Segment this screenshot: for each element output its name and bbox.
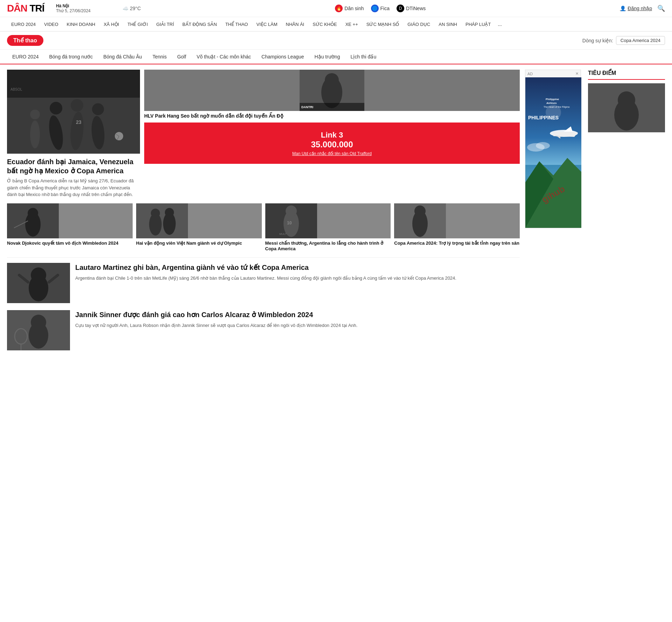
subnav-vothuat[interactable]: Võ thuật - Các môn khác: [191, 50, 256, 64]
ad-image[interactable]: Philippine Airlines The Heart of the Fil…: [525, 77, 581, 228]
site-header: DÂN TRÍ Hà Nội Thứ 5, 27/06/2024 ☁️ 29°C…: [0, 0, 672, 32]
person-icon: 👤: [620, 6, 626, 11]
svg-point-6: [92, 103, 104, 115]
list-item: Copa America 2024: Trợ lý trọng tài bắt …: [394, 203, 520, 252]
subnav-lichtdau[interactable]: Lịch thi đấu: [345, 50, 382, 64]
ad-close-icon[interactable]: ✕: [575, 71, 579, 76]
svg-text:PHILIPPINES: PHILIPPINES: [528, 115, 559, 120]
list-article-1-body: Jannik Sinner được đánh giá cao hơn Carl…: [75, 310, 357, 329]
svg-rect-11: [7, 70, 140, 98]
nav-phapluat[interactable]: PHÁP LUẬT: [461, 18, 495, 31]
side-article-1: DANTRI HLV Park Hang Seo bất ngờ muốn dẫ…: [144, 70, 520, 119]
nav-ansinh[interactable]: AN SINH: [434, 18, 461, 31]
list-article-1-image[interactable]: [7, 310, 70, 350]
nav-thethao[interactable]: THỂ THAO: [221, 18, 252, 31]
subnav-golf[interactable]: Golf: [172, 50, 191, 64]
nav-giaoduc[interactable]: GIÁO DỤC: [403, 18, 434, 31]
svg-point-4: [71, 99, 83, 112]
svg-text:ABSOL: ABSOL: [10, 88, 22, 91]
dtinews-link[interactable]: D DTiNews: [397, 5, 426, 12]
nav-sucmanh[interactable]: SỨC MẠNH SỐ: [362, 18, 404, 31]
login-label: Đăng nhập: [628, 6, 652, 11]
svg-point-37: [31, 267, 46, 283]
small-card-1-title[interactable]: Hai vận động viên Việt Nam giành vé dự O…: [136, 240, 262, 246]
search-icon[interactable]: 🔍: [657, 5, 665, 12]
small-card-0-title[interactable]: Novak Djokovic quyết tâm vô địch Wimbled…: [7, 240, 133, 246]
main-navigation: EURO 2024 VIDEO KINH DOANH XÃ HỘI THẾ GI…: [0, 17, 672, 32]
subnav-euro2024[interactable]: EURO 2024: [7, 50, 44, 64]
dansinh-link[interactable]: 🔥 Dân sinh: [335, 5, 364, 12]
svg-text:10: 10: [287, 221, 292, 225]
ad-sidebar: AD ✕: [525, 70, 583, 357]
ad-label: AD: [527, 72, 533, 76]
list-articles-section: Lautaro Martinez ghi bàn, Argentina giàn…: [7, 263, 520, 350]
ad-header: AD ✕: [525, 70, 581, 77]
tieu-diem-section: TIÊU ĐIỂM: [588, 70, 665, 132]
nav-batdongsan[interactable]: BẤT ĐỘNG SẢN: [178, 18, 221, 31]
date: Thứ 5, 27/06/2024: [56, 8, 112, 13]
site-logo[interactable]: DÂN TRÍ: [7, 3, 49, 14]
svg-point-62: [618, 91, 635, 109]
subnav-bongda-trongnuoc[interactable]: Bóng đá trong nước: [44, 50, 98, 64]
promo-card[interactable]: Link 3 35.000.000 Man Utd cần nhắc đổi t…: [144, 123, 520, 164]
login-button[interactable]: 👤 Đăng nhập: [620, 6, 652, 11]
nav-thegioi[interactable]: THẾ GIỚI: [123, 18, 152, 31]
featured-main-image[interactable]: 23 ABSOL: [7, 70, 140, 154]
small-card-2-image[interactable]: 10 MULT: [265, 203, 391, 238]
small-card-0-image[interactable]: [7, 203, 133, 238]
svg-point-26: [165, 208, 174, 217]
featured-main-excerpt: Ở bảng B Copa America diễn ra tại Mỹ sán…: [7, 177, 140, 198]
nav-xe[interactable]: XE ++: [341, 18, 362, 31]
svg-text:23: 23: [76, 119, 82, 125]
nav-xahoi[interactable]: XÃ HỘI: [99, 18, 123, 31]
nav-kinhdoanh[interactable]: KINH DOANH: [63, 18, 100, 31]
vietnam-athletes-svg: [136, 203, 188, 238]
featured-main-article: 23 ABSOL Ecuador đánh bại Jamaica, Venez…: [7, 70, 140, 198]
featured-main-title[interactable]: Ecuador đánh bại Jamaica, Venezuela bất …: [7, 157, 140, 175]
list-article-0-excerpt: Argentina đánh bại Chile 1-0 trên sân Me…: [75, 275, 456, 282]
svg-text:MULT: MULT: [279, 232, 287, 236]
subnav-champions-league[interactable]: Champions League: [256, 50, 309, 64]
subnav-tennis[interactable]: Tennis: [147, 50, 172, 64]
svg-point-15: [325, 73, 339, 87]
nav-suckhoe[interactable]: SỨC KHỎE: [308, 18, 341, 31]
small-card-2-title[interactable]: Messi chấn thương, Argentina lo lắng cho…: [265, 240, 391, 252]
trending-event[interactable]: Copa America 2024: [616, 36, 665, 45]
nav-vieclam[interactable]: VIỆC LÀM: [252, 18, 281, 31]
nav-giaitri[interactable]: GIẢI TRÍ: [152, 18, 178, 31]
fica-link[interactable]: 🌐 Fica: [371, 5, 390, 12]
header-links: 🔥 Dân sinh 🌐 Fica D DTiNews: [148, 5, 613, 12]
dtinews-label: DTiNews: [406, 6, 426, 11]
fire-icon: 🔥: [335, 5, 343, 12]
trending-label: Dòng sự kiện:: [582, 38, 613, 43]
messi-svg: 10 MULT: [265, 203, 317, 238]
weather-widget: ☁️ 29°C: [122, 6, 141, 11]
list-article-0-title[interactable]: Lautaro Martinez ghi bàn, Argentina giàn…: [75, 263, 456, 272]
nav-nhanai[interactable]: NHÂN ÁI: [282, 18, 309, 31]
right-sidebar: TIÊU ĐIỂM: [588, 70, 665, 357]
list-article-1-title[interactable]: Jannik Sinner được đánh giá cao hơn Carl…: [75, 310, 357, 319]
tieu-diem-image[interactable]: [588, 83, 665, 132]
nav-video[interactable]: VIDEO: [40, 18, 62, 31]
nav-euro2024[interactable]: EURO 2024: [7, 18, 40, 31]
small-card-1-image[interactable]: [136, 203, 262, 238]
small-card-3-image[interactable]: [394, 203, 520, 238]
svg-point-42: [31, 315, 46, 330]
svg-point-2: [50, 102, 62, 114]
subnav-hautruong[interactable]: Hậu trường: [309, 50, 345, 64]
left-main-content: 23 ABSOL Ecuador đánh bại Jamaica, Venez…: [7, 70, 520, 357]
small-card-3-title[interactable]: Copa America 2024: Trợ lý trọng tài bắt …: [394, 240, 520, 246]
more-menu-icon[interactable]: ...: [495, 17, 505, 31]
list-item: 10 MULT Messi chấn thương, Argentina lo …: [265, 203, 391, 252]
park-hangseo-svg: DANTRI: [144, 70, 520, 111]
sub-navigation: EURO 2024 Bóng đá trong nước Bóng đá Châ…: [0, 50, 672, 64]
svg-text:Airlines: Airlines: [546, 102, 557, 105]
djokovic-svg: [7, 203, 59, 238]
side-article-1-title[interactable]: HLV Park Hang Seo bất ngờ muốn dẫn dắt đ…: [144, 113, 520, 119]
list-article-0-image[interactable]: [7, 263, 70, 303]
list-item: Hai vận động viên Việt Nam giành vé dự O…: [136, 203, 262, 252]
featured-grid: 23 ABSOL Ecuador đánh bại Jamaica, Venez…: [7, 70, 520, 198]
subnav-bongda-chauu[interactable]: Bóng đá Châu Âu: [98, 50, 147, 64]
side-article-1-image[interactable]: DANTRI: [144, 70, 520, 111]
list-item: Jannik Sinner được đánh giá cao hơn Carl…: [7, 310, 520, 350]
